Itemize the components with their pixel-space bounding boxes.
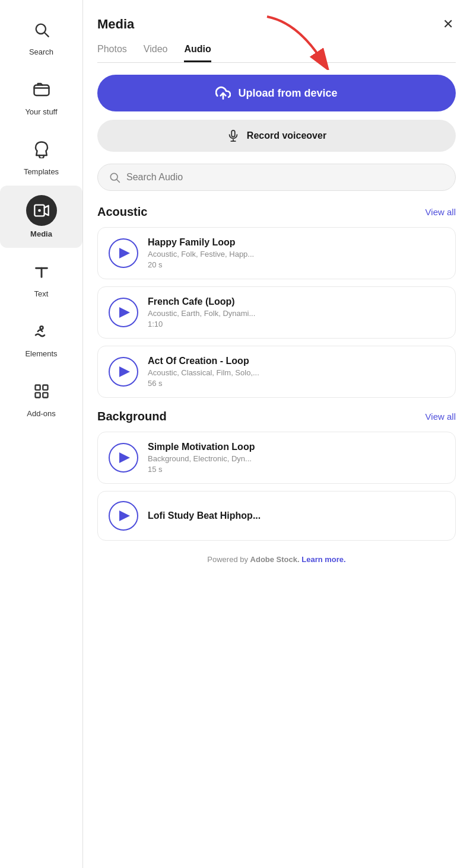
play-button-act-of-creation[interactable]: [109, 357, 138, 387]
tabs-row: Photos Video Audio: [97, 44, 456, 63]
play-icon: [119, 366, 130, 377]
search-audio-input[interactable]: [126, 172, 444, 183]
close-button[interactable]: ✕: [440, 14, 456, 34]
audio-duration: 56 s: [148, 379, 259, 388]
addons-icon: [27, 377, 56, 406]
sidebar-item-your-stuff[interactable]: Your stuff: [0, 66, 82, 126]
audio-title: Lofi Study Beat Hiphop...: [148, 510, 261, 521]
audio-title: Act Of Creation - Loop: [148, 356, 259, 366]
footer-powered-text: Powered by: [207, 555, 250, 564]
audio-duration: 1:10: [148, 320, 255, 328]
audio-info-lofi-study: Lofi Study Beat Hiphop...: [148, 510, 261, 521]
audio-card-simple-motivation[interactable]: Simple Motivation Loop Background, Elect…: [97, 432, 456, 484]
audio-card-happy-family[interactable]: Happy Family Loop Acoustic, Folk, Festiv…: [97, 227, 456, 279]
play-icon: [119, 307, 130, 318]
tab-audio[interactable]: Audio: [184, 44, 211, 62]
audio-card-french-cafe[interactable]: French Cafe (Loop) Acoustic, Earth, Folk…: [97, 286, 456, 339]
audio-tags: Acoustic, Folk, Festive, Happ...: [148, 250, 254, 259]
svg-rect-14: [231, 130, 235, 137]
svg-point-4: [38, 209, 41, 212]
panel-title: Media: [97, 17, 134, 32]
background-section-title: Background: [97, 410, 167, 423]
sidebar-item-label-your-stuff: Your stuff: [25, 107, 57, 116]
search-bar[interactable]: [97, 164, 456, 191]
audio-info-act-of-creation: Act Of Creation - Loop Acoustic, Classic…: [148, 356, 259, 388]
folder-icon: [27, 75, 56, 104]
play-icon: [119, 452, 130, 463]
svg-rect-9: [43, 385, 47, 390]
sidebar-item-templates[interactable]: Templates: [0, 126, 82, 186]
svg-line-1: [45, 33, 48, 36]
acoustic-section-header: Acoustic View all: [97, 205, 456, 219]
audio-duration: 20 s: [148, 260, 254, 269]
sidebar-item-label-add-ons: Add-ons: [27, 409, 55, 418]
search-icon: [109, 171, 120, 183]
background-section-header: Background View all: [97, 410, 456, 423]
sidebar-item-label-elements: Elements: [25, 349, 57, 358]
play-button-french-cafe[interactable]: [109, 298, 138, 327]
sidebar-item-label-text: Text: [34, 289, 49, 298]
sidebar-item-label-templates: Templates: [24, 167, 59, 176]
upload-icon: [215, 85, 231, 101]
audio-title: Simple Motivation Loop: [148, 442, 255, 452]
sidebar-item-search[interactable]: Search: [0, 6, 82, 66]
play-icon: [119, 510, 130, 521]
sidebar-item-add-ons[interactable]: Add-ons: [0, 368, 82, 427]
sidebar: Search Your stuff Templates: [0, 0, 83, 868]
upload-button-label: Upload from device: [238, 87, 337, 100]
svg-rect-8: [35, 385, 40, 390]
audio-tags: Background, Electronic, Dyn...: [148, 454, 255, 463]
record-voiceover-button[interactable]: Record voiceover: [97, 120, 456, 152]
footer: Powered by Adobe Stock. Learn more.: [97, 555, 456, 564]
audio-tags: Acoustic, Earth, Folk, Dynami...: [148, 309, 255, 318]
upload-from-device-button[interactable]: Upload from device: [97, 75, 456, 111]
audio-title: French Cafe (Loop): [148, 296, 255, 307]
footer-learn-more-link[interactable]: Learn more.: [301, 555, 345, 564]
play-icon: [119, 248, 130, 259]
sidebar-item-label-media: Media: [30, 229, 52, 238]
panel-header: Media ✕: [97, 14, 456, 34]
svg-line-18: [117, 180, 120, 183]
acoustic-view-all-link[interactable]: View all: [425, 207, 456, 217]
sidebar-item-elements[interactable]: Elements: [0, 308, 82, 368]
audio-card-lofi-study[interactable]: Lofi Study Beat Hiphop...: [97, 491, 456, 541]
background-view-all-link[interactable]: View all: [425, 411, 456, 422]
svg-rect-10: [35, 392, 40, 397]
audio-duration: 15 s: [148, 465, 255, 474]
tab-photos[interactable]: Photos: [97, 44, 127, 62]
elements-icon: [27, 317, 56, 346]
tab-video[interactable]: Video: [144, 44, 168, 62]
svg-rect-2: [34, 85, 49, 96]
search-icon: [27, 15, 56, 44]
record-button-label: Record voiceover: [247, 130, 326, 141]
audio-tags: Acoustic, Classical, Film, Solo,...: [148, 368, 259, 377]
media-icon: [26, 195, 57, 226]
play-button-lofi-study[interactable]: [109, 501, 138, 531]
audio-title: Happy Family Loop: [148, 237, 254, 248]
microphone-icon: [227, 129, 240, 142]
templates-icon: [27, 135, 56, 164]
play-button-happy-family[interactable]: [109, 238, 138, 268]
audio-info-happy-family: Happy Family Loop Acoustic, Folk, Festiv…: [148, 237, 254, 269]
sidebar-item-label-search: Search: [29, 47, 53, 56]
svg-rect-11: [43, 392, 47, 397]
audio-info-french-cafe: French Cafe (Loop) Acoustic, Earth, Folk…: [148, 296, 255, 328]
svg-point-7: [40, 326, 43, 329]
sidebar-item-media[interactable]: Media: [0, 186, 82, 248]
text-icon: [27, 257, 56, 286]
audio-info-simple-motivation: Simple Motivation Loop Background, Elect…: [148, 442, 255, 474]
play-button-simple-motivation[interactable]: [109, 443, 138, 473]
acoustic-section-title: Acoustic: [97, 205, 147, 219]
footer-brand: Adobe Stock.: [250, 555, 300, 564]
main-panel: Media ✕ Photos Video Audio Upload from d…: [83, 0, 470, 868]
sidebar-item-text[interactable]: Text: [0, 248, 82, 308]
audio-card-act-of-creation[interactable]: Act Of Creation - Loop Acoustic, Classic…: [97, 346, 456, 398]
